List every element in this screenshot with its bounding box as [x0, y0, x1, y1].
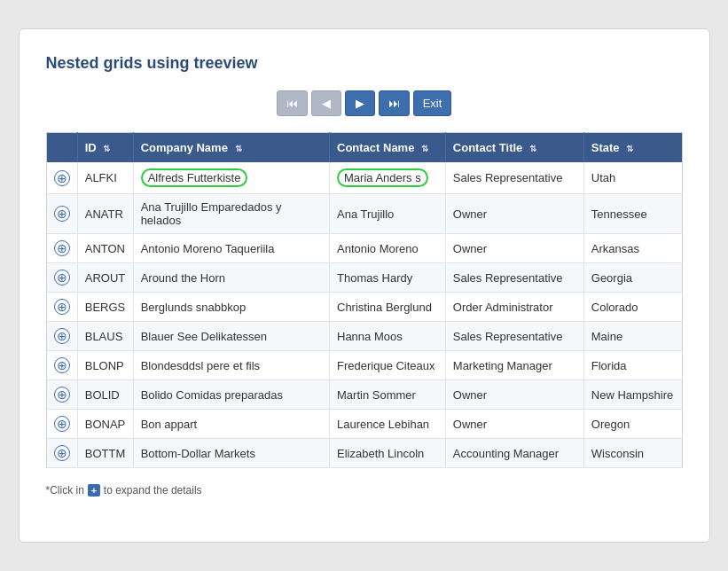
cell-company: Antonio Moreno Taqueriila: [133, 234, 329, 263]
cell-id: BONAP: [77, 410, 133, 439]
cell-contact: Elizabeth Lincoln: [330, 439, 446, 468]
expand-icon-example: +: [88, 484, 100, 497]
cell-title: Sales Representative: [445, 263, 583, 293]
table-row: ⊕BOTTMBottom-Dollar MarketsElizabeth Lin…: [46, 439, 682, 468]
sort-company-icon: ⇅: [235, 144, 242, 153]
cell-title: Owner: [445, 380, 583, 410]
footer-note: *Click in + to expand the details: [46, 484, 683, 497]
cell-state: Georgia: [583, 263, 682, 293]
cell-contact: Thomas Hardy: [330, 263, 446, 293]
cell-id: BLAUS: [77, 322, 133, 351]
col-id[interactable]: ID ⇅: [77, 133, 133, 163]
page-title: Nested grids using treeview: [46, 54, 683, 73]
cell-title: Marketing Manager: [445, 351, 583, 380]
col-state[interactable]: State ⇅: [583, 133, 682, 163]
col-company[interactable]: Company Name ⇅: [133, 133, 329, 163]
cell-state: Maine: [583, 322, 682, 351]
cell-company: Bottom-Dollar Markets: [133, 439, 329, 468]
cell-id: AROUT: [77, 263, 133, 293]
cell-state: Florida: [583, 351, 682, 380]
cell-title: Sales Representative: [445, 162, 583, 194]
next-button[interactable]: ▶: [345, 90, 375, 116]
cell-state: Tennessee: [583, 194, 682, 234]
cell-id: BLONP: [77, 351, 133, 380]
expand-row-button[interactable]: ⊕: [54, 299, 70, 315]
expand-row-button[interactable]: ⊕: [54, 387, 70, 403]
cell-contact: Maria Anders s: [330, 162, 446, 194]
sort-id-icon: ⇅: [103, 144, 110, 153]
expand-row-button[interactable]: ⊕: [54, 240, 70, 256]
cell-company: Bolido Comidas preparadas: [133, 380, 329, 410]
cell-contact: Ana Trujillo: [330, 194, 446, 234]
sort-state-icon: ⇅: [626, 144, 633, 153]
expand-cell: ⊕: [46, 234, 77, 263]
expand-cell: ⊕: [46, 322, 77, 351]
cell-contact: Frederique Citeaux: [330, 351, 446, 380]
cell-contact: Martin Sommer: [330, 380, 446, 410]
cell-id: ANTON: [77, 234, 133, 263]
sort-title-icon: ⇅: [529, 144, 536, 153]
cell-company: Berglunds snabbkop: [133, 293, 329, 322]
last-button[interactable]: ⏭: [379, 90, 410, 116]
expand-row-button[interactable]: ⊕: [54, 445, 70, 461]
col-expand: [46, 133, 77, 163]
expand-row-button[interactable]: ⊕: [54, 270, 70, 286]
expand-row-button[interactable]: ⊕: [54, 357, 70, 373]
expand-row-button[interactable]: ⊕: [54, 328, 70, 344]
toolbar: ⏮ ◀ ▶ ⏭ Exit: [46, 90, 683, 116]
cell-state: Colorado: [583, 293, 682, 322]
exit-button[interactable]: Exit: [413, 90, 452, 116]
expand-cell: ⊕: [46, 162, 77, 194]
table-row: ⊕BOLIDBolido Comidas preparadasMartin So…: [46, 380, 682, 410]
data-table: ID ⇅ Company Name ⇅ Contact Name ⇅ Conta…: [46, 132, 683, 468]
cell-title: Owner: [445, 410, 583, 439]
table-row: ⊕AROUTAround the HornThomas HardySales R…: [46, 263, 682, 293]
table-row: ⊕BLAUSBlauer See DelikatessenHanna MoosS…: [46, 322, 682, 351]
main-card: Nested grids using treeview ⏮ ◀ ▶ ⏭ Exit…: [19, 28, 710, 543]
cell-id: ANATR: [77, 194, 133, 234]
cell-company: Bon appart: [133, 410, 329, 439]
cell-state: Oregon: [583, 410, 682, 439]
table-row: ⊕ANTONAntonio Moreno TaqueriilaAntonio M…: [46, 234, 682, 263]
cell-company: Ana Trujillo Emparedados y helados: [133, 194, 329, 234]
expand-cell: ⊕: [46, 380, 77, 410]
cell-state: Utah: [583, 162, 682, 194]
cell-contact: Antonio Moreno: [330, 234, 446, 263]
expand-cell: ⊕: [46, 263, 77, 293]
sort-contact-icon: ⇅: [421, 144, 428, 153]
cell-state: Wisconsin: [583, 439, 682, 468]
table-row: ⊕BLONPBlondesddsl pere et filsFrederique…: [46, 351, 682, 380]
cell-title: Accounting Manager: [445, 439, 583, 468]
cell-title: Owner: [445, 194, 583, 234]
cell-state: New Hampshire: [583, 380, 682, 410]
expand-cell: ⊕: [46, 439, 77, 468]
cell-id: BOLID: [77, 380, 133, 410]
table-row: ⊕BERGSBerglunds snabbkopChristina Berglu…: [46, 293, 682, 322]
cell-title: Owner: [445, 234, 583, 263]
cell-id: BERGS: [77, 293, 133, 322]
first-button[interactable]: ⏮: [277, 90, 308, 116]
cell-company: Blondesddsl pere et fils: [133, 351, 329, 380]
table-row: ⊕ANATRAna Trujillo Emparedados y helados…: [46, 194, 682, 234]
table-row: ⊕BONAPBon appartLaurence LebihanOwnerOre…: [46, 410, 682, 439]
prev-button[interactable]: ◀: [311, 90, 341, 116]
expand-row-button[interactable]: ⊕: [54, 206, 70, 222]
cell-company: Around the Horn: [133, 263, 329, 293]
cell-company: Alfreds Futterkiste: [133, 162, 329, 194]
expand-row-button[interactable]: ⊕: [54, 416, 70, 432]
table-row: ⊕ALFKIAlfreds FutterkisteMaria Anders sS…: [46, 162, 682, 194]
expand-cell: ⊕: [46, 293, 77, 322]
col-contact[interactable]: Contact Name ⇅: [330, 133, 446, 163]
col-title[interactable]: Contact Title ⇅: [445, 133, 583, 163]
cell-contact: Hanna Moos: [330, 322, 446, 351]
cell-title: Sales Representative: [445, 322, 583, 351]
cell-contact: Christina Berglund: [330, 293, 446, 322]
expand-cell: ⊕: [46, 351, 77, 380]
expand-cell: ⊕: [46, 410, 77, 439]
cell-contact: Laurence Lebihan: [330, 410, 446, 439]
expand-row-button[interactable]: ⊕: [54, 170, 70, 186]
highlighted-contact: Maria Anders s: [337, 168, 428, 187]
cell-id: BOTTM: [77, 439, 133, 468]
cell-company: Blauer See Delikatessen: [133, 322, 329, 351]
cell-state: Arkansas: [583, 234, 682, 263]
